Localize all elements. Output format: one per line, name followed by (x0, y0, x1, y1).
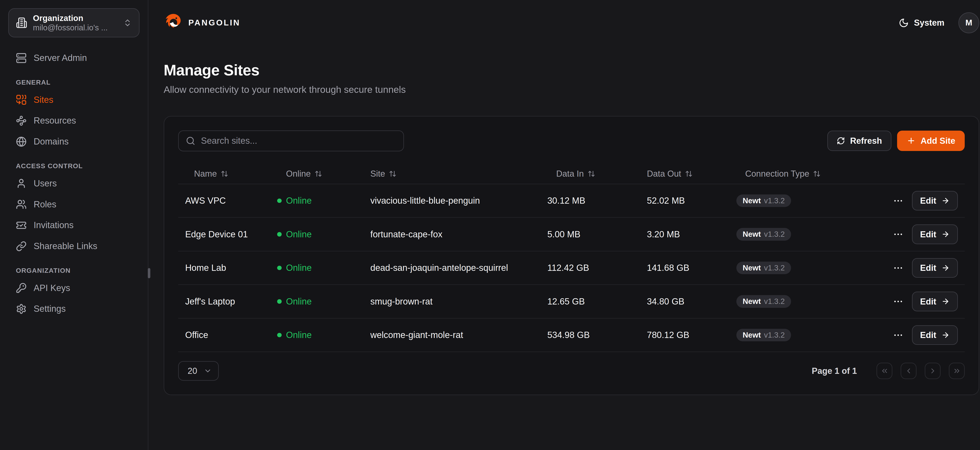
sidebar-section-organization: ORGANIZATION (8, 267, 140, 274)
cell-site: vivacious-little-blue-penguin (363, 196, 540, 206)
connection-badge: Newt v1.3.2 (737, 261, 791, 274)
cell-data-in: 5.00 MB (540, 229, 640, 239)
moon-icon (899, 18, 909, 28)
sidebar-item-label: Server Admin (33, 53, 87, 63)
sidebar-item-sites[interactable]: Sites (8, 89, 140, 110)
chevrons-up-down-icon (123, 18, 132, 27)
cell-site: fortunate-cape-fox (363, 229, 540, 239)
sites-table: Name Online Site Data In (178, 164, 965, 352)
chevron-right-icon (929, 367, 937, 375)
edit-button[interactable]: Edit (912, 292, 958, 311)
table-row: Office Online welcome-giant-mole-rat 534… (178, 318, 965, 352)
theme-toggle-button[interactable]: System (899, 18, 944, 28)
org-switcher[interactable]: Organization milo@fossorial.io's ... (8, 8, 140, 37)
row-menu-button[interactable] (893, 263, 904, 273)
row-menu-button[interactable] (893, 296, 904, 307)
sidebar-item-invitations[interactable]: Invitations (8, 215, 140, 236)
sidebar-item-roles[interactable]: Roles (8, 194, 140, 215)
column-header-online[interactable]: Online (270, 169, 363, 179)
ellipsis-icon (893, 330, 904, 341)
edit-button[interactable]: Edit (912, 224, 958, 244)
chevrons-left-icon (880, 367, 889, 375)
refresh-label: Refresh (850, 136, 882, 146)
column-header-data-in[interactable]: Data In (540, 169, 640, 179)
cell-connection-type: Newt v1.3.2 (729, 228, 875, 241)
prev-page-button[interactable] (900, 363, 916, 379)
sidebar-resize-handle[interactable] (148, 268, 150, 278)
add-site-button[interactable]: Add Site (897, 131, 965, 151)
row-menu-button[interactable] (893, 229, 904, 240)
edit-button[interactable]: Edit (912, 258, 958, 278)
cell-online: Online (270, 229, 363, 239)
online-status: Online (286, 196, 312, 206)
sidebar-item-label: Invitations (33, 220, 73, 230)
last-page-button[interactable] (949, 363, 965, 379)
sidebar: Organization milo@fossorial.io's ... Ser… (0, 0, 148, 450)
sidebar-item-shareable-links[interactable]: Shareable Links (8, 236, 140, 257)
cell-data-in: 12.65 GB (540, 296, 640, 307)
cell-connection-type: Newt v1.3.2 (729, 261, 875, 274)
sidebar-item-settings[interactable]: Settings (8, 298, 140, 319)
sidebar-item-domains[interactable]: Domains (8, 131, 140, 152)
edit-button[interactable]: Edit (912, 191, 958, 211)
online-status: Online (286, 296, 312, 307)
column-header-site[interactable]: Site (363, 169, 540, 179)
column-header-name[interactable]: Name (178, 169, 270, 179)
sort-icon (588, 170, 595, 177)
sidebar-section-general: GENERAL (8, 79, 140, 86)
cell-online: Online (270, 263, 363, 273)
search-icon (186, 136, 196, 146)
page-content: Manage Sites Allow connectivity to your … (148, 46, 980, 395)
column-header-connection-type[interactable]: Connection Type (729, 169, 875, 179)
sidebar-item-server-admin[interactable]: Server Admin (8, 48, 140, 68)
sidebar-item-label: API Keys (33, 283, 70, 293)
table-row: Jeff's Laptop Online smug-brown-rat 12.6… (178, 285, 965, 318)
page-subtitle: Allow connectivity to your network throu… (164, 84, 979, 95)
cell-name: AWS VPC (178, 196, 270, 206)
server-icon (16, 53, 27, 63)
column-header-data-out[interactable]: Data Out (640, 169, 729, 179)
first-page-button[interactable] (877, 363, 892, 379)
sidebar-item-label: Users (33, 178, 57, 189)
refresh-icon (837, 137, 845, 145)
combine-icon (16, 94, 27, 105)
next-page-button[interactable] (925, 363, 940, 379)
cell-connection-type: Newt v1.3.2 (729, 195, 875, 207)
chevron-down-icon (204, 367, 212, 375)
sort-icon (315, 170, 322, 177)
cell-name: Home Lab (178, 263, 270, 273)
arrow-right-icon (942, 331, 950, 339)
cell-data-out: 34.80 GB (640, 296, 729, 307)
page-status: Page 1 of 1 (812, 366, 857, 376)
refresh-button[interactable]: Refresh (827, 131, 891, 151)
waypoints-icon (16, 115, 27, 126)
sidebar-item-label: Settings (33, 304, 66, 314)
table-row: AWS VPC Online vivacious-little-blue-pen… (178, 184, 965, 218)
search-input[interactable] (201, 136, 396, 146)
cell-data-in: 30.12 MB (540, 196, 640, 206)
sidebar-item-api-keys[interactable]: API Keys (8, 277, 140, 298)
page-size-select[interactable]: 20 (178, 361, 219, 381)
search-box[interactable] (178, 130, 404, 151)
sidebar-item-users[interactable]: Users (8, 173, 140, 194)
cell-online: Online (270, 296, 363, 307)
edit-button[interactable]: Edit (912, 325, 958, 345)
table-row: Home Lab Online dead-san-joaquin-antelop… (178, 252, 965, 285)
row-menu-button[interactable] (893, 195, 904, 206)
pager: Page 1 of 1 (812, 363, 965, 379)
row-menu-button[interactable] (893, 330, 904, 341)
ellipsis-icon (893, 195, 904, 206)
globe-icon (16, 136, 27, 147)
ticket-check-icon (16, 220, 27, 231)
org-switcher-label: Organization (33, 14, 83, 22)
cell-actions: Edit (875, 191, 965, 211)
sort-icon (221, 170, 228, 177)
cell-site: dead-san-joaquin-antelope-squirrel (363, 263, 540, 273)
sidebar-item-label: Sites (33, 95, 53, 105)
cell-actions: Edit (875, 325, 965, 345)
gear-icon (16, 304, 27, 314)
sites-toolbar: Refresh Add Site (178, 130, 965, 151)
cell-connection-type: Newt v1.3.2 (729, 295, 875, 308)
sidebar-item-resources[interactable]: Resources (8, 110, 140, 131)
avatar[interactable]: M (958, 12, 979, 33)
